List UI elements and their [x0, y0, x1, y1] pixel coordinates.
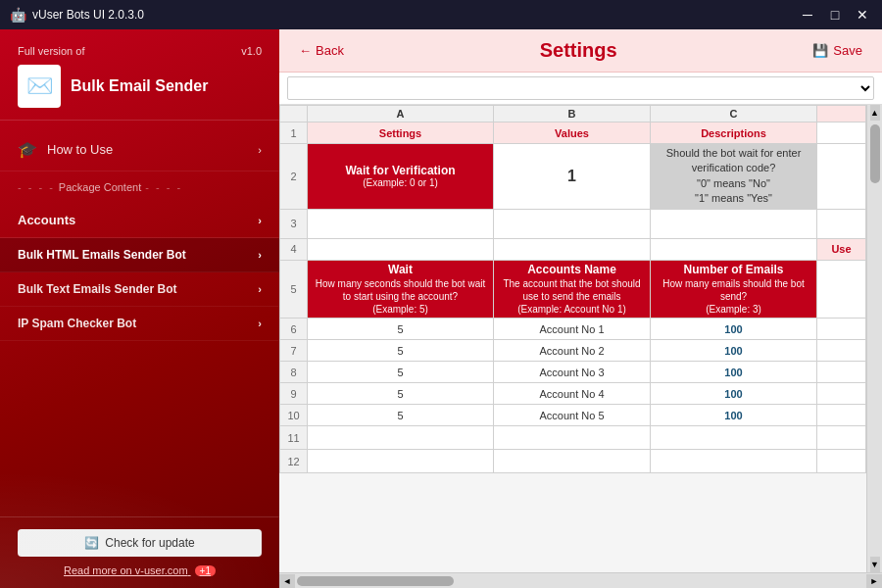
- table-row: 4 Use: [280, 238, 866, 260]
- row8-account-name[interactable]: Account No 3: [494, 362, 651, 383]
- row10-emails[interactable]: 100: [651, 405, 817, 426]
- table-row: 6 5 Account No 1 100: [280, 318, 866, 340]
- wait-verification-value[interactable]: 1: [494, 144, 651, 210]
- table-row: 7 5 Account No 2 100: [280, 340, 866, 362]
- window-controls: ─ □ ✕: [798, 5, 872, 24]
- row8-wait[interactable]: 5: [308, 362, 494, 383]
- package-content-section: Package Content: [0, 172, 279, 203]
- table-row: 11: [280, 426, 866, 450]
- main-layout: Full version of v1.0 ✉️ Bulk Email Sende…: [0, 29, 882, 588]
- row11-a: [308, 426, 494, 450]
- app-title: vUser Bots UI 2.0.3.0: [32, 8, 798, 22]
- settings-sheet: A B C 1 Settings Values Descriptions: [279, 105, 866, 473]
- wait-title: Wait: [312, 263, 489, 278]
- dropdown-row: [279, 73, 882, 105]
- row10-account-name[interactable]: Account No 5: [494, 405, 651, 426]
- sidebar-item-accounts[interactable]: Accounts ›: [0, 203, 279, 238]
- settings-dropdown[interactable]: [287, 76, 874, 100]
- sidebar-header: Full version of v1.0 ✉️ Bulk Email Sende…: [0, 29, 279, 121]
- row11-c: [651, 426, 817, 450]
- row9-wait[interactable]: 5: [308, 383, 494, 405]
- v-scroll-up-btn[interactable]: ▲: [870, 105, 880, 121]
- col-extra-header: [817, 106, 866, 122]
- settings-title: Settings: [344, 39, 812, 62]
- maximize-button[interactable]: □: [825, 5, 845, 24]
- row9-account-name[interactable]: Account No 4: [494, 383, 651, 405]
- wait-header-cell: Wait How many seconds should the bot wai…: [308, 260, 494, 318]
- row5-extra: [817, 260, 866, 318]
- back-arrow-icon: ←: [299, 43, 312, 58]
- save-button[interactable]: 💾 Save: [812, 43, 862, 58]
- title-bar: 🤖 vUser Bots UI 2.0.3.0 ─ □ ✕: [0, 0, 882, 29]
- bulk-html-label: Bulk HTML Emails Sender Bot: [18, 248, 186, 262]
- row6-wait[interactable]: 5: [308, 318, 494, 340]
- row6-emails[interactable]: 100: [651, 318, 817, 340]
- row8-emails[interactable]: 100: [651, 362, 817, 383]
- how-to-use-icon: 🎓: [18, 140, 37, 159]
- row12-a: [308, 450, 494, 473]
- row-num-6: 6: [280, 318, 308, 340]
- row-num-5: 5: [280, 260, 308, 318]
- h-scroll-left-btn[interactable]: ◄: [279, 574, 295, 588]
- row6-account-name[interactable]: Account No 1: [494, 318, 651, 340]
- sidebar-item-bulk-html-bot[interactable]: Bulk HTML Emails Sender Bot ›: [0, 238, 279, 272]
- row12-b: [494, 450, 651, 473]
- col-a-header: A: [308, 106, 494, 122]
- desc-line4: "1" means "Yes": [655, 191, 812, 206]
- back-button[interactable]: ← Back: [299, 43, 344, 58]
- sidebar: Full version of v1.0 ✉️ Bulk Email Sende…: [0, 29, 279, 588]
- wait-verification-desc: Should the bot wait for enter verificati…: [651, 144, 817, 210]
- desc-line1: Should the bot wait for enter: [655, 146, 812, 161]
- accts-name-title: Accounts Name: [498, 263, 646, 278]
- close-button[interactable]: ✕: [853, 5, 872, 24]
- accounts-name-header-cell: Accounts Name The account that the bot s…: [494, 260, 651, 318]
- row-num-3: 3: [280, 209, 308, 238]
- table-row: 8 5 Account No 3 100: [280, 362, 866, 383]
- accounts-arrow-icon: ›: [258, 215, 262, 226]
- sidebar-item-how-to-use[interactable]: 🎓 How to Use ›: [0, 128, 279, 172]
- desc-line3: "0" means "No": [655, 176, 812, 191]
- sidebar-footer: 🔄 Check for update Read more on v-user.c…: [0, 516, 279, 588]
- row10-wait[interactable]: 5: [308, 405, 494, 426]
- wait-example: (Example: 5): [312, 303, 489, 316]
- content-area: ← Back Settings 💾 Save: [279, 29, 882, 588]
- bulk-text-label: Bulk Text Emails Sender Bot: [18, 282, 177, 296]
- ip-spam-arrow-icon: ›: [258, 318, 262, 329]
- desc-line2: verification code?: [655, 161, 812, 175]
- sheet-outer: A B C 1 Settings Values Descriptions: [279, 105, 882, 588]
- row3-a: [308, 209, 494, 238]
- check-update-button[interactable]: 🔄 Check for update: [18, 529, 262, 557]
- sheet-scroll-area[interactable]: A B C 1 Settings Values Descriptions: [279, 105, 866, 572]
- row2-extra: [817, 144, 866, 210]
- row-num-8: 8: [280, 362, 308, 383]
- h-scroll-right-btn[interactable]: ►: [866, 574, 882, 588]
- row7-wait[interactable]: 5: [308, 340, 494, 362]
- h-scroll-thumb[interactable]: [297, 576, 454, 586]
- v-scroll-thumb[interactable]: [870, 124, 880, 183]
- sidebar-item-ip-spam-checker[interactable]: IP Spam Checker Bot ›: [0, 307, 279, 341]
- row-num-9: 9: [280, 383, 308, 405]
- bulk-text-arrow-icon: ›: [258, 283, 262, 295]
- corner-cell: [280, 106, 308, 122]
- row3-extra: [817, 209, 866, 238]
- row4-a: [308, 238, 494, 260]
- row9-emails[interactable]: 100: [651, 383, 817, 405]
- vertical-scrollbar[interactable]: ▲ ▼: [866, 105, 882, 572]
- read-more-label: Read more on v-user.com: [64, 564, 188, 576]
- row3-c: [651, 209, 817, 238]
- sidebar-item-bulk-text-bot[interactable]: Bulk Text Emails Sender Bot ›: [0, 272, 279, 307]
- wait-sub: How many seconds should the bot wait to …: [312, 277, 489, 303]
- col-header-row: A B C: [280, 106, 866, 122]
- settings-header: ← Back Settings 💾 Save: [279, 29, 882, 73]
- v-scroll-down-btn[interactable]: ▼: [870, 557, 880, 572]
- minimize-button[interactable]: ─: [798, 5, 817, 24]
- row4-user-label: Use: [817, 238, 866, 260]
- app-icon: 🤖: [10, 7, 26, 23]
- package-content-label: Package Content: [59, 181, 141, 193]
- row7-emails[interactable]: 100: [651, 340, 817, 362]
- row7-account-name[interactable]: Account No 2: [494, 340, 651, 362]
- read-more-link[interactable]: Read more on v-user.com +1: [18, 564, 262, 576]
- sidebar-version-row: Full version of v1.0: [18, 45, 262, 57]
- horizontal-scrollbar[interactable]: ◄ ►: [279, 572, 882, 588]
- table-row: 1 Settings Values Descriptions: [280, 122, 866, 144]
